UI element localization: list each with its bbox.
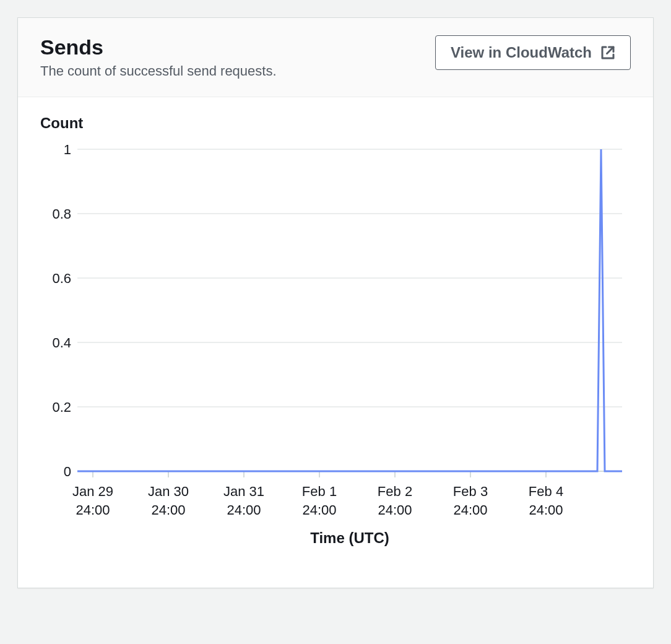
y-tick-1: 1 (64, 142, 71, 157)
x-tick-4-l2: 24:00 (378, 502, 412, 518)
x-tick-1-l1: Jan 30 (148, 484, 189, 499)
sends-chart: 0 0.2 0.4 0.6 0.8 1 Jan 29 24:00 Jan 30 … (40, 137, 627, 570)
view-in-cloudwatch-button[interactable]: View in CloudWatch (435, 35, 631, 70)
x-tick-6-l1: Feb 4 (529, 484, 563, 499)
view-in-cloudwatch-label: View in CloudWatch (451, 42, 592, 63)
card-header: Sends The count of successful send reque… (18, 18, 653, 97)
y-tick-06: 0.6 (52, 271, 71, 286)
x-tick-2-l1: Jan 31 (223, 484, 264, 499)
gridlines (77, 149, 622, 407)
y-tick-0: 0 (64, 464, 71, 479)
x-tick-3-l1: Feb 1 (302, 484, 337, 499)
card-subtitle: The count of successful send requests. (40, 63, 277, 79)
chart-area: Count (18, 97, 653, 588)
x-tick-5-l1: Feb 3 (453, 484, 488, 499)
external-link-icon (600, 45, 615, 60)
x-tick-0-l2: 24:00 (76, 502, 110, 518)
card-title: Sends (40, 35, 277, 59)
series-sends (77, 149, 622, 471)
x-tick-5-l2: 24:00 (453, 502, 487, 518)
x-axis-title: Time (UTC) (310, 529, 389, 546)
y-tick-02: 0.2 (52, 399, 71, 415)
y-tick-04: 0.4 (52, 335, 71, 350)
y-tick-08: 0.8 (52, 206, 71, 222)
x-tick-3-l2: 24:00 (302, 502, 336, 518)
x-tick-4-l1: Feb 2 (378, 484, 412, 499)
x-tick-2-l2: 24:00 (227, 502, 261, 518)
y-tick-labels: 0 0.2 0.4 0.6 0.8 1 (52, 142, 71, 479)
y-axis-title: Count (40, 115, 631, 132)
sends-card: Sends The count of successful send reque… (17, 17, 654, 588)
x-tick-6-l2: 24:00 (529, 502, 563, 518)
x-tick-1-l2: 24:00 (151, 502, 185, 518)
x-tick-labels: Jan 29 24:00 Jan 30 24:00 Jan 31 24:00 F… (72, 484, 563, 518)
x-tick-0-l1: Jan 29 (72, 484, 113, 499)
